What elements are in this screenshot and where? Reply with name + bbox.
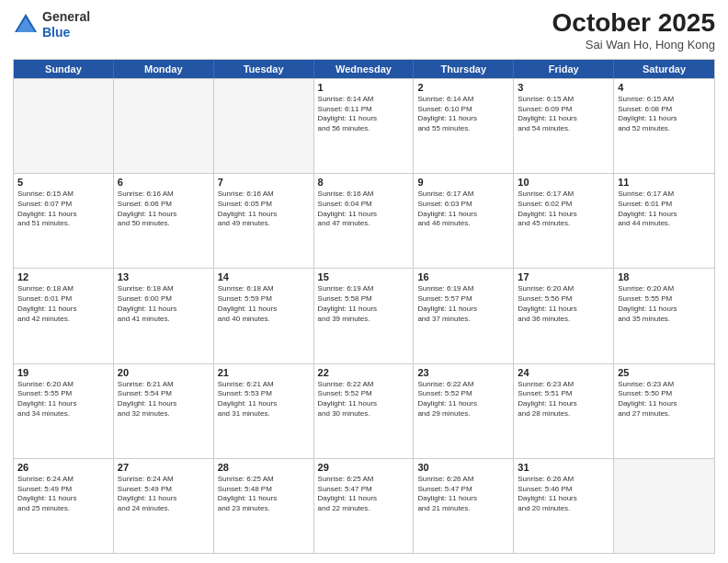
header-cell-monday: Monday (114, 60, 214, 78)
day-info: Sunrise: 6:16 AM Sunset: 6:06 PM Dayligh… (118, 190, 210, 229)
cal-cell-28: 28Sunrise: 6:25 AM Sunset: 5:48 PM Dayli… (214, 459, 314, 553)
cal-cell-3: 3Sunrise: 6:15 AM Sunset: 6:09 PM Daylig… (514, 79, 614, 173)
logo-general: General (42, 9, 90, 25)
header-cell-wednesday: Wednesday (314, 60, 415, 78)
cal-cell-8: 8Sunrise: 6:16 AM Sunset: 6:04 PM Daylig… (314, 174, 415, 268)
week-row-4: 19Sunrise: 6:20 AM Sunset: 5:55 PM Dayli… (14, 363, 714, 458)
logo-text: General Blue (42, 9, 90, 40)
day-info: Sunrise: 6:24 AM Sunset: 5:49 PM Dayligh… (118, 475, 210, 514)
cal-cell-18: 18Sunrise: 6:20 AM Sunset: 5:55 PM Dayli… (614, 269, 714, 362)
day-info: Sunrise: 6:22 AM Sunset: 5:52 PM Dayligh… (417, 380, 509, 419)
cal-cell-26: 26Sunrise: 6:24 AM Sunset: 5:49 PM Dayli… (14, 459, 114, 553)
day-number: 19 (17, 367, 109, 378)
day-info: Sunrise: 6:19 AM Sunset: 5:57 PM Dayligh… (417, 284, 509, 324)
day-number: 17 (518, 271, 609, 282)
cal-cell-empty-0-2 (214, 79, 314, 173)
cal-cell-29: 29Sunrise: 6:25 AM Sunset: 5:47 PM Dayli… (314, 459, 415, 553)
cal-cell-5: 5Sunrise: 6:15 AM Sunset: 6:07 PM Daylig… (14, 174, 114, 268)
cal-cell-empty-0-1 (114, 79, 214, 173)
day-number: 29 (318, 462, 410, 473)
day-info: Sunrise: 6:17 AM Sunset: 6:03 PM Dayligh… (417, 190, 509, 229)
cal-cell-2: 2Sunrise: 6:14 AM Sunset: 6:10 PM Daylig… (414, 79, 514, 173)
day-info: Sunrise: 6:18 AM Sunset: 5:59 PM Dayligh… (218, 284, 310, 324)
calendar: SundayMondayTuesdayWednesdayThursdayFrid… (13, 59, 715, 554)
day-number: 4 (618, 82, 711, 93)
day-info: Sunrise: 6:22 AM Sunset: 5:52 PM Dayligh… (318, 380, 410, 419)
cal-cell-12: 12Sunrise: 6:18 AM Sunset: 6:01 PM Dayli… (14, 269, 114, 362)
header: General Blue October 2025 Sai Wan Ho, Ho… (13, 9, 715, 52)
calendar-subtitle: Sai Wan Ho, Hong Kong (552, 38, 715, 52)
week-row-1: 1Sunrise: 6:14 AM Sunset: 6:11 PM Daylig… (14, 78, 714, 173)
day-info: Sunrise: 6:26 AM Sunset: 5:47 PM Dayligh… (417, 475, 509, 514)
week-row-3: 12Sunrise: 6:18 AM Sunset: 6:01 PM Dayli… (14, 268, 714, 362)
cal-cell-empty-4-6 (614, 459, 714, 553)
cal-cell-4: 4Sunrise: 6:15 AM Sunset: 6:08 PM Daylig… (614, 79, 714, 173)
day-info: Sunrise: 6:14 AM Sunset: 6:10 PM Dayligh… (417, 95, 509, 134)
logo-icon (13, 12, 39, 38)
cal-cell-7: 7Sunrise: 6:16 AM Sunset: 6:05 PM Daylig… (214, 174, 314, 268)
cal-cell-21: 21Sunrise: 6:21 AM Sunset: 5:53 PM Dayli… (214, 364, 314, 458)
day-info: Sunrise: 6:23 AM Sunset: 5:51 PM Dayligh… (518, 380, 609, 419)
week-row-5: 26Sunrise: 6:24 AM Sunset: 5:49 PM Dayli… (14, 458, 714, 553)
day-info: Sunrise: 6:26 AM Sunset: 5:46 PM Dayligh… (518, 475, 609, 514)
cal-cell-14: 14Sunrise: 6:18 AM Sunset: 5:59 PM Dayli… (214, 269, 314, 362)
calendar-header-row: SundayMondayTuesdayWednesdayThursdayFrid… (14, 60, 714, 78)
cal-cell-16: 16Sunrise: 6:19 AM Sunset: 5:57 PM Dayli… (414, 269, 514, 362)
page: General Blue October 2025 Sai Wan Ho, Ho… (0, 0, 728, 563)
day-info: Sunrise: 6:15 AM Sunset: 6:07 PM Dayligh… (17, 190, 109, 229)
day-number: 8 (318, 177, 410, 188)
day-info: Sunrise: 6:16 AM Sunset: 6:04 PM Dayligh… (318, 190, 410, 229)
cal-cell-31: 31Sunrise: 6:26 AM Sunset: 5:46 PM Dayli… (514, 459, 614, 553)
day-number: 25 (618, 367, 711, 378)
day-number: 9 (417, 177, 509, 188)
header-cell-thursday: Thursday (414, 60, 514, 78)
day-number: 6 (118, 177, 210, 188)
day-info: Sunrise: 6:21 AM Sunset: 5:53 PM Dayligh… (218, 380, 310, 419)
header-cell-saturday: Saturday (614, 60, 714, 78)
day-number: 16 (417, 271, 509, 282)
day-number: 7 (218, 177, 310, 188)
cal-cell-27: 27Sunrise: 6:24 AM Sunset: 5:49 PM Dayli… (114, 459, 214, 553)
day-number: 14 (218, 271, 310, 282)
calendar-body: 1Sunrise: 6:14 AM Sunset: 6:11 PM Daylig… (14, 78, 714, 553)
day-info: Sunrise: 6:25 AM Sunset: 5:48 PM Dayligh… (218, 475, 310, 514)
cal-cell-11: 11Sunrise: 6:17 AM Sunset: 6:01 PM Dayli… (614, 174, 714, 268)
day-number: 3 (518, 82, 609, 93)
day-number: 11 (618, 177, 711, 188)
title-block: October 2025 Sai Wan Ho, Hong Kong (552, 9, 715, 52)
day-number: 24 (518, 367, 609, 378)
cal-cell-23: 23Sunrise: 6:22 AM Sunset: 5:52 PM Dayli… (414, 364, 514, 458)
cal-cell-1: 1Sunrise: 6:14 AM Sunset: 6:11 PM Daylig… (314, 79, 415, 173)
cal-cell-30: 30Sunrise: 6:26 AM Sunset: 5:47 PM Dayli… (414, 459, 514, 553)
day-number: 30 (417, 462, 509, 473)
cal-cell-24: 24Sunrise: 6:23 AM Sunset: 5:51 PM Dayli… (514, 364, 614, 458)
day-info: Sunrise: 6:14 AM Sunset: 6:11 PM Dayligh… (318, 95, 410, 134)
logo-blue: Blue (42, 25, 90, 40)
cal-cell-10: 10Sunrise: 6:17 AM Sunset: 6:02 PM Dayli… (514, 174, 614, 268)
header-cell-friday: Friday (514, 60, 614, 78)
day-number: 15 (318, 271, 410, 282)
day-number: 5 (17, 177, 109, 188)
day-number: 13 (118, 271, 210, 282)
logo: General Blue (13, 9, 90, 40)
day-info: Sunrise: 6:23 AM Sunset: 5:50 PM Dayligh… (618, 380, 711, 419)
day-info: Sunrise: 6:15 AM Sunset: 6:08 PM Dayligh… (618, 95, 711, 134)
day-number: 2 (417, 82, 509, 93)
day-info: Sunrise: 6:20 AM Sunset: 5:55 PM Dayligh… (618, 284, 711, 324)
day-info: Sunrise: 6:20 AM Sunset: 5:56 PM Dayligh… (518, 284, 609, 324)
day-info: Sunrise: 6:21 AM Sunset: 5:54 PM Dayligh… (118, 380, 210, 419)
day-info: Sunrise: 6:17 AM Sunset: 6:02 PM Dayligh… (518, 190, 609, 229)
day-info: Sunrise: 6:20 AM Sunset: 5:55 PM Dayligh… (17, 380, 109, 419)
day-number: 27 (118, 462, 210, 473)
cal-cell-19: 19Sunrise: 6:20 AM Sunset: 5:55 PM Dayli… (14, 364, 114, 458)
day-number: 22 (318, 367, 410, 378)
header-cell-tuesday: Tuesday (214, 60, 314, 78)
cal-cell-20: 20Sunrise: 6:21 AM Sunset: 5:54 PM Dayli… (114, 364, 214, 458)
day-info: Sunrise: 6:25 AM Sunset: 5:47 PM Dayligh… (318, 475, 410, 514)
cal-cell-6: 6Sunrise: 6:16 AM Sunset: 6:06 PM Daylig… (114, 174, 214, 268)
week-row-2: 5Sunrise: 6:15 AM Sunset: 6:07 PM Daylig… (14, 173, 714, 268)
day-number: 23 (417, 367, 509, 378)
day-info: Sunrise: 6:24 AM Sunset: 5:49 PM Dayligh… (17, 475, 109, 514)
day-number: 26 (17, 462, 109, 473)
day-info: Sunrise: 6:18 AM Sunset: 6:00 PM Dayligh… (118, 284, 210, 324)
